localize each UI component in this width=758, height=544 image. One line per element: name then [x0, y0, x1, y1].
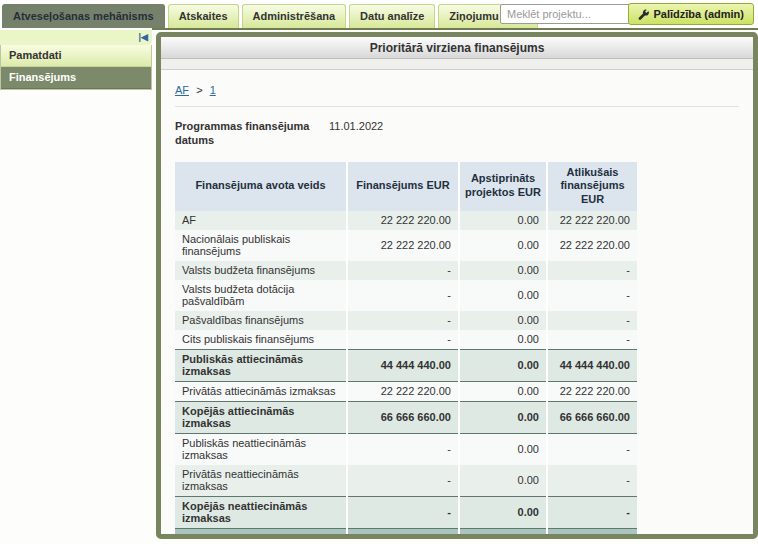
row-value: - — [547, 496, 637, 528]
panel-content: AF > 1 Programmas finansējuma datums 11.… — [161, 69, 753, 534]
table-row: Cits publiskais finansējums-0.00- — [175, 330, 637, 350]
table-row: Publiskās neattiecināmās izmaksas-0.00- — [175, 433, 637, 465]
row-value: - — [547, 465, 637, 497]
row-value: 22 222 220.00 — [347, 381, 459, 401]
program-date-label: Programmas finansējuma datums — [175, 119, 325, 148]
row-value: 0.00 — [459, 280, 547, 311]
table-row: Nacionālais publiskais finansējums22 222… — [175, 230, 637, 261]
row-label: Nacionālais publiskais finansējums — [175, 230, 347, 261]
row-value: 22 222 220.00 — [347, 211, 459, 230]
row-label: Privātās attiecināmās izmaksas — [175, 381, 347, 401]
content-column: Prioritārā virziena finansējums AF > 1 P… — [152, 28, 758, 544]
tab[interactable]: Datu analīze — [349, 4, 435, 28]
row-label: Kopējās attiecināmās izmaksas — [175, 401, 347, 433]
financing-table: Finansējuma avota veidsFinansējums EURAp… — [175, 162, 637, 534]
sidebar-menu: PamatdatiFinansējums — [0, 45, 152, 90]
row-value: - — [347, 465, 459, 497]
tab-bar: Atveseļošanas mehānismsAtskaitesAdminist… — [2, 4, 541, 28]
row-value: 44 444 440.00 — [547, 349, 637, 381]
page-title: Prioritārā virziena finansējums — [161, 37, 753, 59]
row-value: 22 222 220.00 — [547, 230, 637, 261]
row-value: 66 666 660.00 — [347, 528, 459, 534]
sidebar-header: |◀ — [0, 30, 152, 45]
table-row: Kopējās izmaksas66 666 660.000.0066 666 … — [175, 528, 637, 534]
breadcrumb: AF > 1 — [175, 80, 739, 107]
row-value: 0.00 — [459, 528, 547, 534]
row-label: Kopējās neattiecināmās izmaksas — [175, 496, 347, 528]
table-row: Kopējās neattiecināmās izmaksas-0.00- — [175, 496, 637, 528]
row-value: - — [347, 433, 459, 465]
row-value: - — [547, 330, 637, 350]
row-value: 22 222 220.00 — [347, 230, 459, 261]
row-value: 0.00 — [459, 211, 547, 230]
row-label: Valsts budžeta dotācija pašvaldībām — [175, 280, 347, 311]
row-value: 0.00 — [459, 330, 547, 350]
row-value: 22 222 220.00 — [547, 381, 637, 401]
main-panel: Prioritārā virziena finansējums AF > 1 P… — [156, 32, 758, 539]
row-value: - — [347, 280, 459, 311]
row-label: Privātās neattiecināmās izmaksas — [175, 465, 347, 497]
table-row: Kopējās attiecināmās izmaksas66 666 660.… — [175, 401, 637, 433]
row-value: 66 666 660.00 — [547, 401, 637, 433]
row-value: 0.00 — [459, 381, 547, 401]
row-value: 66 666 660.00 — [347, 401, 459, 433]
row-label: AF — [175, 211, 347, 230]
financing-table-header-row: Finansējuma avota veidsFinansējums EURAp… — [175, 162, 637, 211]
top-bar: Atveseļošanas mehānismsAtskaitesAdminist… — [0, 0, 758, 28]
row-value: - — [547, 311, 637, 330]
column-header: Apstiprināts projektos EUR — [459, 162, 547, 211]
breadcrumb-separator: > — [196, 84, 202, 96]
search-input[interactable] — [500, 4, 642, 24]
row-value: 0.00 — [459, 465, 547, 497]
row-value: 0.00 — [459, 261, 547, 280]
row-value: - — [547, 261, 637, 280]
row-value: 0.00 — [459, 311, 547, 330]
help-button[interactable]: Palīdzība (admin) — [628, 3, 754, 25]
tab[interactable]: Atveseļošanas mehānisms — [2, 4, 165, 28]
row-label: Publiskās neattiecināmās izmaksas — [175, 433, 347, 465]
help-button-label: Palīdzība (admin) — [654, 8, 744, 20]
breadcrumb-root-link[interactable]: AF — [175, 84, 189, 96]
tab[interactable]: Administrēšana — [242, 4, 347, 28]
sidebar-item[interactable]: Pamatdati — [1, 45, 151, 67]
collapse-sidebar-icon[interactable]: |◀ — [139, 32, 148, 42]
row-value: 22 222 220.00 — [547, 211, 637, 230]
row-value: - — [347, 330, 459, 350]
row-value: 0.00 — [459, 230, 547, 261]
wrench-icon — [638, 9, 649, 20]
row-value: 0.00 — [459, 433, 547, 465]
table-row: Valsts budžeta dotācija pašvaldībām-0.00… — [175, 280, 637, 311]
row-value: 66 666 660.00 — [547, 528, 637, 534]
table-row: Publiskās attiecināmās izmaksas44 444 44… — [175, 349, 637, 381]
row-value: - — [347, 261, 459, 280]
row-value: 0.00 — [459, 401, 547, 433]
financing-table-body: AF22 222 220.000.0022 222 220.00Nacionāl… — [175, 211, 637, 534]
row-label: Valsts budžeta finansējums — [175, 261, 347, 280]
sidebar: |◀ PamatdatiFinansējums — [0, 28, 152, 544]
row-value: 0.00 — [459, 496, 547, 528]
column-header: Atlikušais finansējums EUR — [547, 162, 637, 211]
table-row: Valsts budžeta finansējums-0.00- — [175, 261, 637, 280]
table-row: Pašvaldības finansējums-0.00- — [175, 311, 637, 330]
row-label: Pašvaldības finansējums — [175, 311, 347, 330]
table-row: Privātās neattiecināmās izmaksas-0.00- — [175, 465, 637, 497]
program-date-row: Programmas finansējuma datums 11.01.2022 — [175, 119, 739, 148]
row-label: Cits publiskais finansējums — [175, 330, 347, 350]
column-header: Finansējums EUR — [347, 162, 459, 211]
column-header: Finansējuma avota veids — [175, 162, 347, 211]
row-value: - — [547, 433, 637, 465]
row-value: - — [547, 280, 637, 311]
table-row: AF22 222 220.000.0022 222 220.00 — [175, 211, 637, 230]
row-value: - — [347, 311, 459, 330]
row-value: 44 444 440.00 — [347, 349, 459, 381]
row-label: Kopējās izmaksas — [175, 528, 347, 534]
row-label: Publiskās attiecināmās izmaksas — [175, 349, 347, 381]
row-value: 0.00 — [459, 349, 547, 381]
table-row: Privātās attiecināmās izmaksas22 222 220… — [175, 381, 637, 401]
breadcrumb-current-link[interactable]: 1 — [210, 84, 216, 96]
sidebar-item[interactable]: Finansējums — [1, 67, 151, 89]
program-date-value: 11.01.2022 — [329, 119, 383, 148]
tab[interactable]: Atskaites — [168, 4, 239, 28]
row-value: - — [347, 496, 459, 528]
